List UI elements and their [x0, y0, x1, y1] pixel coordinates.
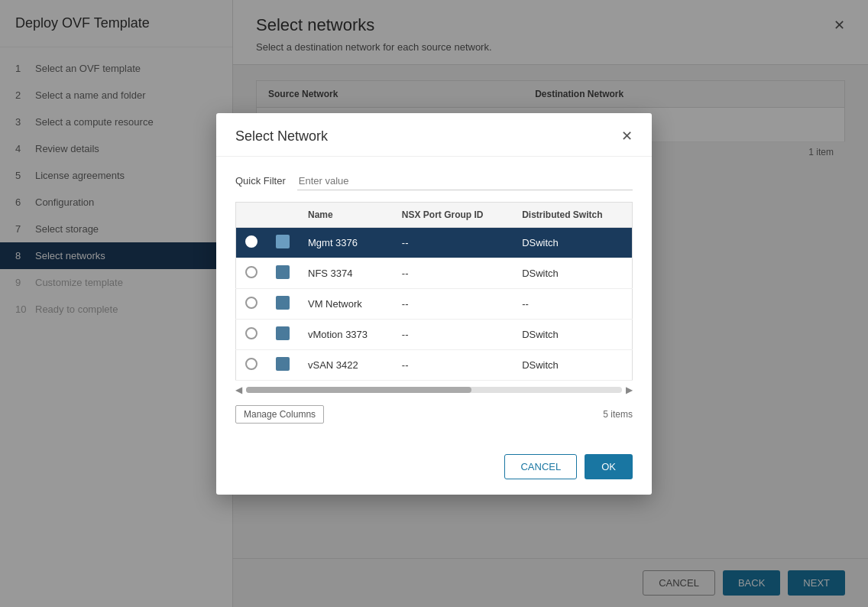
network-icon [276, 265, 290, 279]
radio-cell[interactable] [236, 319, 267, 349]
scroll-right-icon[interactable]: ▶ [626, 385, 633, 395]
network-row[interactable]: vSAN 3422 -- DSwitch [236, 349, 633, 380]
distributed-switch: DSwitch [513, 258, 632, 288]
filter-label: Quick Filter [235, 175, 286, 187]
nsx-port-group: -- [393, 227, 513, 258]
radio-cell[interactable] [236, 227, 267, 258]
col-switch: Distributed Switch [513, 202, 632, 227]
manage-columns-button[interactable]: Manage Columns [235, 405, 324, 424]
scroll-track [246, 387, 622, 393]
network-row[interactable]: NFS 3374 -- DSwitch [236, 258, 633, 288]
modal-close-icon[interactable]: ✕ [621, 129, 633, 143]
distributed-switch: DSwitch [513, 227, 632, 258]
modal-cancel-button[interactable]: CANCEL [504, 454, 577, 479]
modal-title: Select Network [235, 128, 328, 144]
network-name: NFS 3374 [299, 258, 393, 288]
icon-cell [267, 349, 299, 380]
scroll-left-icon[interactable]: ◀ [235, 385, 242, 395]
radio-button[interactable] [245, 266, 257, 278]
network-name: vSAN 3422 [299, 349, 393, 380]
radio-button[interactable] [245, 235, 257, 248]
network-row[interactable]: VM Network -- -- [236, 288, 633, 319]
network-row[interactable]: vMotion 3373 -- DSwitch [236, 319, 633, 349]
distributed-switch: DSwitch [513, 349, 632, 380]
network-selection-table: Name NSX Port Group ID Distributed Switc… [235, 202, 633, 381]
horizontal-scrollbar[interactable]: ◀ ▶ [235, 381, 633, 399]
select-network-modal: Select Network ✕ Quick Filter Name NSX P… [216, 113, 652, 495]
icon-cell [267, 288, 299, 319]
modal-items-count: 5 items [603, 409, 633, 420]
modal-footer: CANCEL OK [216, 443, 652, 495]
network-icon [276, 235, 290, 248]
nsx-port-group: -- [393, 349, 513, 380]
nsx-port-group: -- [393, 319, 513, 349]
radio-button[interactable] [245, 327, 257, 339]
table-footer: Manage Columns 5 items [235, 399, 633, 427]
network-name: Mgmt 3376 [299, 227, 393, 258]
icon-cell [267, 258, 299, 288]
network-icon [276, 326, 290, 340]
network-row[interactable]: Mgmt 3376 -- DSwitch [236, 227, 633, 258]
modal-header: Select Network ✕ [216, 113, 652, 157]
distributed-switch: DSwitch [513, 319, 632, 349]
col-radio [236, 202, 267, 227]
quick-filter-input[interactable] [297, 172, 633, 190]
radio-button[interactable] [245, 297, 257, 309]
nsx-port-group: -- [393, 288, 513, 319]
radio-cell[interactable] [236, 258, 267, 288]
col-nsx: NSX Port Group ID [393, 202, 513, 227]
icon-cell [267, 227, 299, 258]
radio-button[interactable] [245, 358, 257, 370]
network-icon [276, 357, 290, 371]
col-icon [267, 202, 299, 227]
scroll-thumb [246, 387, 471, 393]
network-icon [276, 296, 290, 310]
network-name: VM Network [299, 288, 393, 319]
col-name: Name [299, 202, 393, 227]
icon-cell [267, 319, 299, 349]
distributed-switch: -- [513, 288, 632, 319]
modal-ok-button[interactable]: OK [585, 454, 633, 479]
radio-cell[interactable] [236, 349, 267, 380]
modal-overlay: Select Network ✕ Quick Filter Name NSX P… [0, 0, 868, 607]
modal-body: Quick Filter Name NSX Port Group ID Dist… [216, 157, 652, 443]
nsx-port-group: -- [393, 258, 513, 288]
radio-cell[interactable] [236, 288, 267, 319]
filter-row: Quick Filter [235, 172, 633, 190]
network-name: vMotion 3373 [299, 319, 393, 349]
